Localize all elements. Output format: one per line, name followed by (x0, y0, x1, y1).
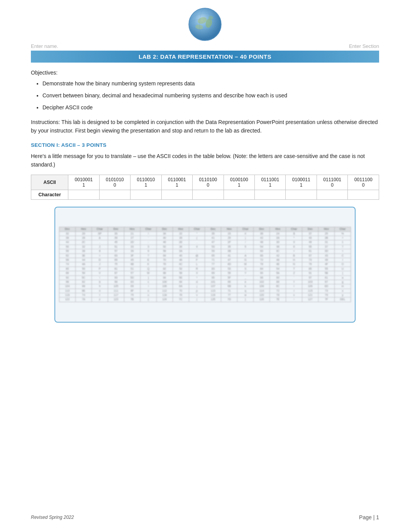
logo-area (31, 0, 379, 43)
list-item: Decipher ASCII code (42, 104, 379, 112)
char-row: Character (31, 190, 379, 199)
ascii-cell: 0010001 1 (68, 175, 99, 190)
footer-right: Page | 1 (359, 514, 379, 520)
ascii-table: ASCII 0010001 1 0101010 0 0110010 1 011 (31, 175, 379, 200)
ascii-cell: 0110010 1 (130, 175, 161, 190)
globe-icon (188, 7, 222, 42)
ascii-ref-simulated: DecHexChar DecHexChar DecHexChar DecHexC… (59, 227, 351, 302)
ascii-table-wrapper: ASCII 0010001 1 0101010 0 0110010 1 011 (31, 175, 379, 200)
enter-section-label: Enter Section (349, 43, 379, 49)
char-cell[interactable] (348, 190, 379, 199)
section1-title: SECTION I: ASCII – 3 POINTS (31, 142, 379, 148)
ascii-binary-row: ASCII 0010001 1 0101010 0 0110010 1 011 (31, 175, 379, 190)
char-cell[interactable] (99, 190, 130, 199)
ascii-ref-inner: DecHexChar DecHexChar DecHexChar DecHexC… (55, 223, 355, 306)
char-row-label: Character (31, 190, 68, 199)
svg-point-0 (189, 8, 221, 41)
objectives-label: Objectives: (31, 70, 379, 76)
title-bar: LAB 2: DATA REPRESENTATION – 40 POINTS (31, 51, 379, 63)
instructions-text: Instructions: This lab is designed to be… (31, 118, 379, 135)
char-cell[interactable] (286, 190, 317, 199)
ascii-cell: 0110001 1 (161, 175, 192, 190)
enter-name-label: Enter name. (31, 43, 58, 49)
footer-left: Revised Spring 2022 (31, 515, 74, 520)
footer: Revised Spring 2022 Page | 1 (31, 514, 379, 520)
ascii-cell: 0111001 1 (255, 175, 286, 190)
ascii-reference-box: DecHexChar DecHexChar DecHexChar DecHexC… (54, 207, 356, 323)
char-cell[interactable] (224, 190, 254, 199)
char-cell[interactable] (317, 190, 347, 199)
list-item: Convert between binary, decimal and hexa… (42, 92, 379, 100)
section1-desc: Here's a little message for you to trans… (31, 152, 379, 169)
char-cell[interactable] (255, 190, 286, 199)
ascii-cell: 0101010 0 (99, 175, 130, 190)
page: Enter name. Enter Section LAB 2: DATA RE… (0, 0, 410, 532)
char-cell[interactable] (161, 190, 192, 199)
ascii-cell: 0110100 0 (193, 175, 224, 190)
ascii-cell: 0111001 0 (317, 175, 347, 190)
char-cell[interactable] (193, 190, 224, 199)
ascii-cell: 0100011 1 (286, 175, 317, 190)
char-cell[interactable] (130, 190, 161, 199)
list-item: Demonstrate how the binary numbering sys… (42, 80, 379, 88)
ascii-row-label: ASCII (31, 175, 68, 190)
char-cell[interactable] (68, 190, 99, 199)
ascii-cell: 0100100 1 (224, 175, 254, 190)
header-row: Enter name. Enter Section (31, 43, 379, 51)
objectives-list: Demonstrate how the binary numbering sys… (42, 80, 379, 112)
ascii-cell: 0011100 0 (348, 175, 379, 190)
